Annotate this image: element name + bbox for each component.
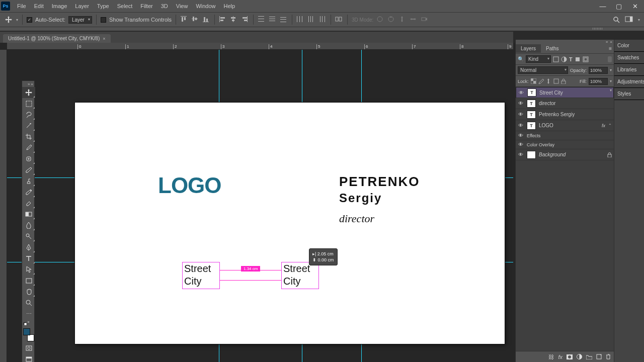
healing-brush-tool[interactable] <box>22 153 35 164</box>
textblock-original[interactable]: Street City <box>182 262 220 289</box>
document-tab[interactable]: Untitled-1 @ 100% (Street City, CMYK/8) … <box>3 34 111 43</box>
swap-colors-icon[interactable] <box>22 319 35 326</box>
lock-all-icon[interactable] <box>561 78 566 84</box>
layer-row[interactable]: 👁 T director <box>516 98 614 109</box>
minimize-button[interactable]: — <box>595 1 611 12</box>
fx-expand-icon[interactable]: ⌃ <box>608 123 612 128</box>
marquee-tool[interactable] <box>22 98 35 109</box>
opacity-field[interactable]: 100% <box>589 67 608 74</box>
fill-field[interactable]: 100% <box>589 78 608 85</box>
visibility-icon[interactable]: 👁 <box>518 152 524 157</box>
layer-mask-icon[interactable] <box>567 354 573 359</box>
visibility-icon[interactable]: 👁 <box>518 112 524 117</box>
distribute-top-icon[interactable] <box>258 16 266 24</box>
menu-help[interactable]: Help <box>220 0 239 12</box>
distribute-right-icon[interactable] <box>318 16 327 24</box>
lock-position-icon[interactable] <box>546 78 551 84</box>
distribute-left-icon[interactable] <box>296 16 304 24</box>
menu-window[interactable]: Window <box>192 0 219 12</box>
blendmode-select[interactable]: Normal <box>518 66 568 74</box>
magic-wand-tool[interactable] <box>22 120 35 131</box>
screenmode-toggle[interactable] <box>22 353 35 362</box>
layer-row[interactable]: 👁 T Street City <box>516 87 614 98</box>
edit-toolbar-button[interactable]: ⋯ <box>22 308 35 319</box>
toolbox-collapse-icon[interactable]: » <box>28 82 30 86</box>
filter-toggle[interactable] <box>608 56 612 62</box>
filter-adjust-icon[interactable] <box>561 56 567 62</box>
eraser-tool[interactable] <box>22 198 35 209</box>
align-bottom-icon[interactable] <box>202 16 210 24</box>
maximize-button[interactable]: ▢ <box>611 1 627 12</box>
panel-menu-icon[interactable]: ≡ <box>607 46 614 51</box>
layer-row[interactable]: 👁 T LOGO fx ⌃ <box>516 120 614 131</box>
menu-3d[interactable]: 3D <box>157 0 172 12</box>
foreground-color-swatch[interactable] <box>23 328 30 335</box>
zoom-tool[interactable] <box>22 297 35 308</box>
lasso-tool[interactable] <box>22 109 35 120</box>
menu-view[interactable]: View <box>172 0 192 12</box>
menu-edit[interactable]: Edit <box>30 0 48 12</box>
visibility-icon[interactable]: 👁 <box>518 90 524 96</box>
panel-tab-color[interactable]: Color <box>614 40 644 52</box>
path-select-tool[interactable] <box>22 264 35 275</box>
3d-roll-icon[interactable] <box>387 16 395 24</box>
type-tool[interactable] <box>22 253 35 264</box>
lock-icon[interactable] <box>607 152 612 157</box>
layer-fx-icon[interactable]: fx <box>558 354 562 360</box>
align-right-icon[interactable] <box>241 16 249 24</box>
delete-layer-icon[interactable] <box>606 354 611 359</box>
layer-name[interactable]: LOGO <box>539 123 599 128</box>
layer-name[interactable]: Street City <box>539 90 611 96</box>
gradient-tool[interactable] <box>22 209 35 220</box>
tab-layers[interactable]: Layers <box>516 44 541 53</box>
tab-paths[interactable]: Paths <box>541 44 564 53</box>
autoalign-icon[interactable] <box>335 16 343 24</box>
layer-effects-header[interactable]: 👁 Effects <box>516 131 614 140</box>
menu-image[interactable]: Image <box>48 0 71 12</box>
new-layer-icon[interactable] <box>596 354 602 359</box>
panel-tab-adjustments[interactable]: Adjustments <box>614 76 644 88</box>
3d-camera-icon[interactable] <box>421 16 429 24</box>
visibility-icon[interactable]: 👁 <box>518 133 524 138</box>
panel-tab-swatches[interactable]: Swatches <box>614 52 644 64</box>
background-color-swatch[interactable] <box>27 334 34 341</box>
eyedropper-tool[interactable] <box>22 142 35 153</box>
filter-kind-select[interactable]: Kind <box>526 55 551 63</box>
close-document-icon[interactable]: × <box>103 36 105 41</box>
toolbox-close-icon[interactable]: × <box>31 82 33 86</box>
panel-tab-styles[interactable]: Styles <box>614 88 644 100</box>
clone-stamp-tool[interactable] <box>22 175 35 187</box>
close-button[interactable]: ✕ <box>627 1 643 12</box>
new-group-icon[interactable] <box>586 354 592 359</box>
artwork-role[interactable]: director <box>339 212 374 225</box>
align-hcenter-icon[interactable] <box>230 16 238 24</box>
lock-artboard-icon[interactable] <box>553 78 559 84</box>
menu-filter[interactable]: Filter <box>136 0 156 12</box>
autoselect-checkbox[interactable]: ✓ <box>27 17 32 23</box>
menu-layer[interactable]: Layer <box>71 0 93 12</box>
3d-pan-icon[interactable] <box>398 16 407 24</box>
blur-tool[interactable] <box>22 220 35 231</box>
artwork-name-line2[interactable]: Sergiy <box>339 191 382 205</box>
fgbg-swatch[interactable] <box>22 327 35 342</box>
showtransform-checkbox[interactable] <box>101 17 106 23</box>
autoselect-target-select[interactable]: Layer <box>68 16 92 24</box>
3d-orbit-icon[interactable] <box>376 16 384 24</box>
filter-pixel-icon[interactable] <box>553 56 559 62</box>
layer-row[interactable]: 👁 T Petrenko Sergiy <box>516 109 614 120</box>
layer-row-background[interactable]: 👁 Background <box>516 149 614 160</box>
move-tool[interactable] <box>22 87 35 98</box>
layer-effect-item[interactable]: 👁 Color Overlay <box>516 140 614 149</box>
workspace-switch-icon[interactable] <box>625 16 633 23</box>
layer-name[interactable]: Petrenko Sergiy <box>539 112 612 117</box>
align-left-icon[interactable] <box>219 16 227 24</box>
ruler-vertical[interactable] <box>0 50 7 362</box>
distribute-hcenter-icon[interactable] <box>307 16 315 24</box>
menu-file[interactable]: File <box>13 0 30 12</box>
link-layers-icon[interactable]: ⛓ <box>548 354 554 360</box>
quickmask-toggle[interactable] <box>22 342 35 353</box>
fx-badge[interactable]: fx <box>602 123 605 128</box>
pen-tool[interactable] <box>22 242 35 253</box>
layer-name[interactable]: director <box>539 101 612 106</box>
lock-trans-icon[interactable] <box>531 78 536 84</box>
